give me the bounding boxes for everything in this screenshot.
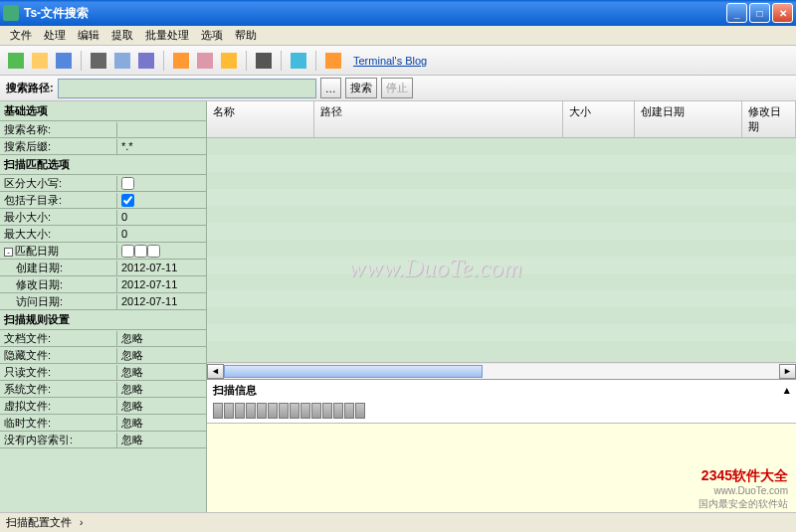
separator [163, 51, 164, 71]
search-ext-row: 搜索后缀:*.* [0, 138, 206, 155]
scan-log [207, 423, 796, 512]
save-icon [56, 53, 72, 69]
lock-icon [221, 53, 237, 69]
tb-x-button[interactable] [254, 51, 274, 71]
nocontent-label: 没有内容索引: [0, 433, 117, 447]
virtual-label: 虚拟文件: [0, 399, 117, 414]
accessdate-value[interactable]: 2012-07-11 [117, 295, 206, 307]
expand-icon [256, 53, 272, 69]
createdate-value[interactable]: 2012-07-11 [117, 262, 206, 273]
matchdate-label: 匹配日期 [15, 245, 59, 257]
horizontal-scrollbar[interactable]: ◄ ► [207, 362, 796, 379]
createdate-label: 创建日期: [0, 261, 117, 275]
menu-batch[interactable]: 批量处理 [139, 26, 195, 45]
menu-process[interactable]: 处理 [38, 26, 72, 45]
accessdate-label: 访问日期: [0, 294, 117, 309]
minimize-button[interactable]: _ [726, 3, 747, 23]
search-name-label: 搜索名称: [0, 122, 117, 137]
search-button[interactable]: 搜索 [345, 78, 377, 98]
chevron-right-icon: › [80, 517, 83, 528]
matchdate-cb1[interactable] [121, 245, 134, 258]
modifydate-value[interactable]: 2012-07-11 [117, 278, 206, 290]
pencil-icon [91, 53, 106, 69]
tb-doc-button[interactable] [171, 51, 191, 71]
scan-info-panel: 扫描信息▴ [207, 379, 796, 512]
readonly-value[interactable]: 忽略 [117, 365, 206, 380]
toolbar: Terminal's Blog [0, 46, 796, 76]
col-name[interactable]: 名称 [207, 101, 314, 137]
tb-bubble-button[interactable] [289, 51, 308, 71]
temp-row: 临时文件:忽略 [0, 415, 206, 432]
search-ext-value[interactable]: *.* [117, 140, 206, 152]
chat-icon [291, 53, 306, 69]
stop-button[interactable]: 停止 [381, 78, 413, 98]
accessdate-row: 访问日期:2012-07-11 [0, 293, 206, 310]
browse-button[interactable]: … [320, 78, 341, 98]
minsize-label: 最小大小: [0, 210, 117, 225]
col-size[interactable]: 大小 [563, 101, 635, 137]
status-text: 扫描配置文件 [6, 515, 72, 530]
case-checkbox[interactable] [121, 177, 134, 190]
tb-disk-button[interactable] [136, 51, 156, 71]
menu-edit[interactable]: 编辑 [72, 26, 105, 45]
menu-extract[interactable]: 提取 [105, 26, 139, 45]
close-button[interactable]: ✕ [772, 3, 793, 23]
terminal-blog-link[interactable]: Terminal's Blog [353, 55, 427, 67]
nocontent-value[interactable]: 忽略 [117, 433, 206, 447]
hidden-value[interactable]: 忽略 [117, 348, 206, 363]
tb-pencil-button[interactable] [89, 51, 108, 71]
sheet-icon [114, 53, 130, 69]
matchdate-cb2[interactable] [134, 245, 147, 258]
maxsize-value[interactable]: 0 [117, 228, 206, 240]
grid-body [207, 138, 796, 357]
tb-new-button[interactable] [6, 51, 26, 71]
scroll-right-arrow[interactable]: ► [779, 364, 796, 379]
case-label: 区分大小写: [0, 176, 117, 191]
tb-sheet-button[interactable] [112, 51, 132, 71]
scan-info-label: 扫描信息 [213, 383, 257, 398]
scroll-left-arrow[interactable]: ◄ [207, 364, 224, 379]
subdir-label: 包括子目录: [0, 193, 117, 208]
temp-label: 临时文件: [0, 416, 117, 431]
modifydate-row: 修改日期:2012-07-11 [0, 276, 206, 293]
createdate-row: 创建日期:2012-07-11 [0, 260, 206, 276]
col-created[interactable]: 创建日期 [635, 101, 742, 137]
doc-icon [173, 53, 189, 69]
menu-file[interactable]: 文件 [4, 26, 38, 45]
temp-value[interactable]: 忽略 [117, 416, 206, 431]
tb-save-button[interactable] [54, 51, 74, 71]
separator [81, 51, 82, 71]
tb-edit-button[interactable] [195, 51, 215, 71]
expand-icon[interactable]: - [4, 248, 13, 257]
tb-open-button[interactable] [30, 51, 50, 71]
tb-home-button[interactable] [323, 51, 343, 71]
hidden-row: 隐藏文件:忽略 [0, 347, 206, 364]
scroll-track[interactable] [224, 364, 779, 379]
search-path-input[interactable] [58, 79, 316, 98]
minsize-value[interactable]: 0 [117, 211, 206, 223]
system-label: 系统文件: [0, 382, 117, 397]
readonly-label: 只读文件: [0, 365, 117, 380]
status-bar: 扫描配置文件 › [0, 512, 796, 532]
menu-help[interactable]: 帮助 [229, 26, 263, 45]
maximize-button[interactable]: □ [749, 3, 770, 23]
tb-lock-button[interactable] [219, 51, 239, 71]
search-path-bar: 搜索路径: … 搜索 停止 [0, 76, 796, 101]
system-value[interactable]: 忽略 [117, 382, 206, 397]
home-icon [325, 53, 341, 69]
menu-options[interactable]: 选项 [195, 26, 229, 45]
docfile-row: 文档文件:忽略 [0, 330, 206, 347]
open-icon [32, 53, 48, 69]
edit-icon [197, 53, 213, 69]
virtual-value[interactable]: 忽略 [117, 399, 206, 414]
subdir-checkbox[interactable] [121, 194, 134, 207]
col-path[interactable]: 路径 [314, 101, 563, 137]
docfile-value[interactable]: 忽略 [117, 331, 206, 346]
new-icon [8, 53, 24, 69]
col-modified[interactable]: 修改日期 [742, 101, 796, 137]
menu-bar: 文件 处理 编辑 提取 批量处理 选项 帮助 [0, 26, 796, 46]
collapse-icon[interactable]: ▴ [784, 384, 790, 397]
separator [281, 51, 282, 71]
matchdate-cb3[interactable] [147, 245, 160, 258]
scroll-thumb[interactable] [224, 365, 483, 378]
